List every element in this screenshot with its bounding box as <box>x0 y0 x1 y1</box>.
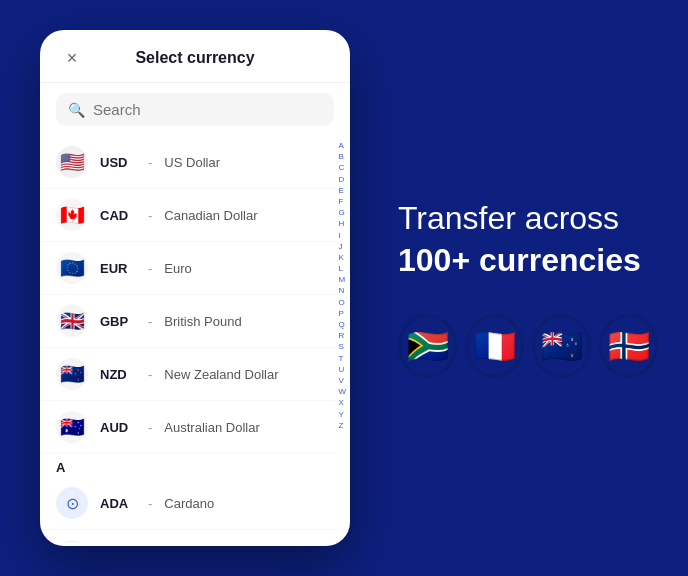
code-nzd: NZD <box>100 367 136 382</box>
alpha-h[interactable]: H <box>336 218 348 229</box>
alpha-s[interactable]: S <box>336 341 348 352</box>
alpha-r[interactable]: R <box>336 330 348 341</box>
flag-nzd: 🇳🇿 <box>56 358 88 390</box>
alpha-z[interactable]: Z <box>336 420 348 431</box>
flag-aud: 🇦🇺 <box>56 411 88 443</box>
popular-currency-nzd[interactable]: 🇳🇿 NZD - New Zealand Dollar <box>40 348 336 401</box>
flag-aed: 🇦🇪 <box>56 540 88 543</box>
code-eur: EUR <box>100 261 136 276</box>
search-icon: 🔍 <box>68 102 85 118</box>
transfer-line1: Transfer across <box>398 200 619 236</box>
name-eur: Euro <box>164 261 191 276</box>
transfer-text-line2: 100+ currencies <box>398 240 658 282</box>
currency-list-container[interactable]: 🇺🇸 USD - US Dollar 🇨🇦 CAD - Canadian Dol… <box>40 136 350 543</box>
code-aud: AUD <box>100 420 136 435</box>
alpha-e[interactable]: E <box>336 185 348 196</box>
name-aud: Australian Dollar <box>164 420 259 435</box>
code-ada: ADA <box>100 496 136 511</box>
flag-eur: 🇪🇺 <box>56 252 88 284</box>
alpha-m[interactable]: M <box>336 274 348 285</box>
name-cad: Canadian Dollar <box>164 208 257 223</box>
close-button[interactable]: × <box>60 46 84 70</box>
popular-currency-eur[interactable]: 🇪🇺 EUR - Euro <box>40 242 336 295</box>
transfer-text-line1: Transfer across <box>398 198 658 240</box>
phone-container: × Select currency 🔍 🇺🇸 USD - US Dollar <box>40 30 350 546</box>
transfer-line2: 100+ currencies <box>398 242 641 278</box>
search-input[interactable] <box>93 101 322 118</box>
popular-currency-aud[interactable]: 🇦🇺 AUD - Australian Dollar <box>40 401 336 454</box>
section-header-a: A <box>40 454 336 477</box>
name-nzd: New Zealand Dollar <box>164 367 278 382</box>
alpha-p[interactable]: P <box>336 308 348 319</box>
alpha-n[interactable]: N <box>336 285 348 296</box>
flag-france: 🇫🇷 <box>465 314 524 378</box>
search-bar[interactable]: 🔍 <box>56 93 334 126</box>
alpha-k[interactable]: K <box>336 252 348 263</box>
right-panel: Transfer across 100+ currencies 🇿🇦 🇫🇷 🇳🇿… <box>368 0 688 576</box>
name-ada: Cardano <box>164 496 214 511</box>
currency-ada[interactable]: ⊙ ADA - Cardano <box>40 477 336 530</box>
code-usd: USD <box>100 155 136 170</box>
code-gbp: GBP <box>100 314 136 329</box>
alpha-c[interactable]: C <box>336 162 348 173</box>
alpha-x[interactable]: X <box>336 397 348 408</box>
flag-usd: 🇺🇸 <box>56 146 88 178</box>
flag-gbp: 🇬🇧 <box>56 305 88 337</box>
alpha-g[interactable]: G <box>336 207 348 218</box>
popular-currency-cad[interactable]: 🇨🇦 CAD - Canadian Dollar <box>40 189 336 242</box>
popular-currency-gbp[interactable]: 🇬🇧 GBP - British Pound <box>40 295 336 348</box>
bottom-flags-row: 🇿🇦 🇫🇷 🇳🇿 🇳🇴 <box>398 314 658 378</box>
modal-title: Select currency <box>135 49 254 67</box>
flag-cad: 🇨🇦 <box>56 199 88 231</box>
alpha-u[interactable]: U <box>336 364 348 375</box>
flag-ada: ⊙ <box>56 487 88 519</box>
alpha-i[interactable]: I <box>336 230 348 241</box>
phone-mockup: × Select currency 🔍 🇺🇸 USD - US Dollar <box>40 30 350 546</box>
alpha-o[interactable]: O <box>336 297 348 308</box>
popular-currency-usd[interactable]: 🇺🇸 USD - US Dollar <box>40 136 336 189</box>
alpha-w[interactable]: W <box>336 386 348 397</box>
alpha-l[interactable]: L <box>336 263 348 274</box>
flag-new-zealand: 🇳🇿 <box>532 314 591 378</box>
alpha-t[interactable]: T <box>336 353 348 364</box>
flag-norway: 🇳🇴 <box>599 314 658 378</box>
currency-aed[interactable]: 🇦🇪 AED - Emirati Dirham <box>40 530 336 543</box>
name-gbp: British Pound <box>164 314 241 329</box>
phone-header: × Select currency <box>40 30 350 83</box>
phone-content: 🔍 🇺🇸 USD - US Dollar 🇨🇦 CAD - Canadian D… <box>40 83 350 543</box>
alphabet-index: A B C D E F G H I J K L M N O P Q <box>336 136 348 435</box>
alpha-q[interactable]: Q <box>336 319 348 330</box>
alpha-d[interactable]: D <box>336 174 348 185</box>
code-cad: CAD <box>100 208 136 223</box>
alpha-a[interactable]: A <box>336 140 348 151</box>
alpha-j[interactable]: J <box>336 241 348 252</box>
alpha-y[interactable]: Y <box>336 409 348 420</box>
flag-south-africa: 🇿🇦 <box>398 314 457 378</box>
alpha-f[interactable]: F <box>336 196 348 207</box>
alpha-v[interactable]: V <box>336 375 348 386</box>
alpha-b[interactable]: B <box>336 151 348 162</box>
name-usd: US Dollar <box>164 155 220 170</box>
